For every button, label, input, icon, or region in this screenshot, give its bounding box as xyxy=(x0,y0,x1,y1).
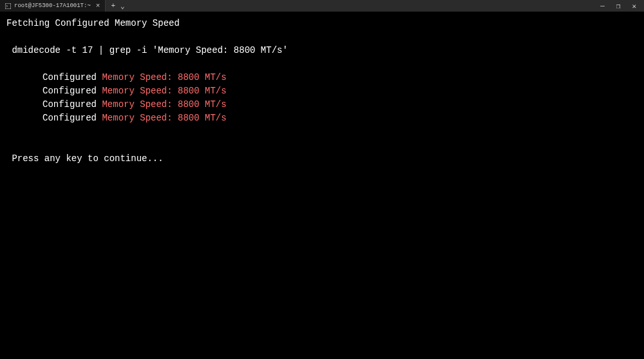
terminal-icon xyxy=(5,3,11,9)
minimize-button[interactable]: — xyxy=(600,2,605,10)
terminal-output-area[interactable]: Fetching Configured Memory Speed dmideco… xyxy=(0,12,644,171)
blank-line xyxy=(6,125,638,139)
maximize-button[interactable]: ❐ xyxy=(616,2,621,10)
blank-line xyxy=(6,57,638,71)
output-prefix: Configured xyxy=(43,113,102,123)
window-titlebar: root@JF5300-17A1001T:~ × + ⌄ — ❐ ✕ xyxy=(0,0,644,12)
output-prefix: Configured xyxy=(43,86,102,96)
output-line: Configured Memory Speed: 8800 MT/s xyxy=(6,112,638,125)
command-text: dmidecode -t 17 | grep -i 'Memory Speed:… xyxy=(12,45,287,55)
header-line: Fetching Configured Memory Speed xyxy=(6,17,638,30)
grep-match-highlight: Memory Speed: 8800 MT/s xyxy=(102,72,226,82)
close-button[interactable]: ✕ xyxy=(632,2,636,10)
output-prefix: Configured xyxy=(43,99,102,110)
blank-line xyxy=(6,139,638,152)
grep-match-highlight: Memory Speed: 8800 MT/s xyxy=(102,86,226,96)
tab-close-button[interactable]: × xyxy=(96,2,100,10)
window-controls: — ❐ ✕ xyxy=(600,2,644,10)
blank-line xyxy=(6,30,638,44)
prompt-text: Press any key to continue... xyxy=(12,153,163,164)
new-tab-button[interactable]: + xyxy=(111,2,115,10)
svg-rect-0 xyxy=(5,3,11,9)
tab-dropdown-button[interactable]: ⌄ xyxy=(120,2,125,10)
output-line: Configured Memory Speed: 8800 MT/s xyxy=(6,71,638,84)
command-line: dmidecode -t 17 | grep -i 'Memory Speed:… xyxy=(6,44,638,57)
terminal-tab[interactable]: root@JF5300-17A1001T:~ × xyxy=(0,0,106,12)
titlebar-left-section: root@JF5300-17A1001T:~ × + ⌄ xyxy=(0,0,130,12)
tab-control-buttons: + ⌄ xyxy=(106,2,129,10)
grep-match-highlight: Memory Speed: 8800 MT/s xyxy=(102,113,226,123)
prompt-line: Press any key to continue... xyxy=(6,152,638,166)
output-line: Configured Memory Speed: 8800 MT/s xyxy=(6,98,638,112)
grep-match-highlight: Memory Speed: 8800 MT/s xyxy=(102,99,226,110)
output-line: Configured Memory Speed: 8800 MT/s xyxy=(6,84,638,98)
tab-title: root@JF5300-17A1001T:~ xyxy=(14,3,91,9)
output-prefix: Configured xyxy=(43,72,102,82)
output-lines-container: Configured Memory Speed: 8800 MT/sConfig… xyxy=(6,71,638,125)
